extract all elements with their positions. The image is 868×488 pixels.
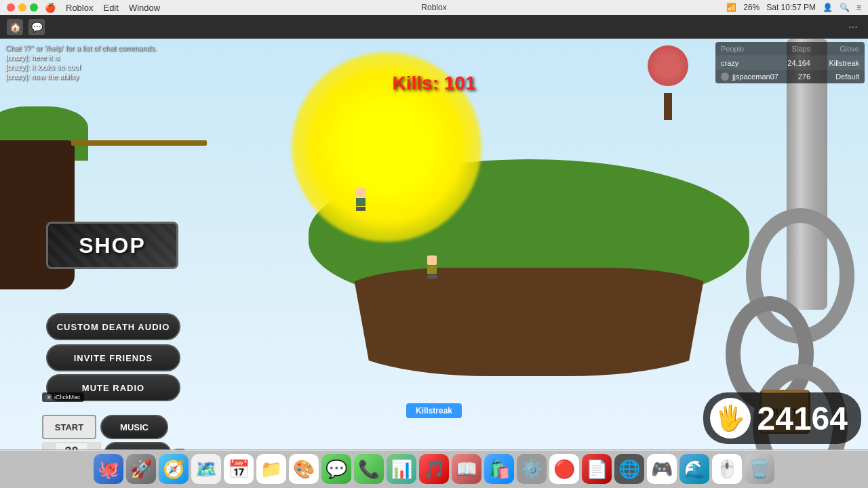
dock-facetime[interactable]: 📞 <box>354 454 384 484</box>
dock-edge[interactable]: 🌊 <box>679 454 709 484</box>
hud-bottom-right: 🖐️ 24164 <box>703 392 861 444</box>
player-body-2 <box>427 266 437 274</box>
custom-death-audio-button[interactable]: CUSTOM DEATH AUDIO <box>46 313 180 340</box>
audio-panel: START MUSIC - 20 SECOND + RADIO - <box>42 415 185 451</box>
close-button[interactable] <box>7 3 15 12</box>
chat-line-3: [crazy]: now the ability <box>5 73 157 81</box>
toolbar-icons: 🏠 💬 <box>7 19 45 35</box>
dock-roblox[interactable]: 🎮 <box>647 454 677 484</box>
player-glove-2: Default <box>818 73 859 81</box>
title-bar-left: 🍎 Roblox Edit Window <box>7 3 160 13</box>
time-display: Sat 10:57 PM <box>766 3 816 12</box>
dock-safari[interactable]: 🧭 <box>159 454 189 484</box>
chat-line-2: [crazy]: it looks so cool <box>5 63 157 71</box>
dock-sys-prefs[interactable]: ⚙️ <box>517 454 547 484</box>
dock-launchpad[interactable]: 🚀 <box>126 454 156 484</box>
mute-radio-button[interactable]: MUTE RADIO <box>46 374 180 401</box>
menu-roblox[interactable]: Roblox <box>66 3 93 13</box>
title-bar: 🍎 Roblox Edit Window Roblox 📶 26% Sat 10… <box>0 0 868 15</box>
invite-friends-button[interactable]: INVITE FRIENDS <box>46 344 180 371</box>
player-body-1 <box>356 198 366 206</box>
dock-photos[interactable]: 📁 <box>256 454 286 484</box>
music-button[interactable]: MUSIC <box>100 415 168 439</box>
slap-counter: 🖐️ 24164 <box>703 392 861 444</box>
dock-acrobat[interactable]: 📄 <box>582 454 612 484</box>
slap-count-display: 24164 <box>757 400 848 437</box>
dock-messages[interactable]: 💬 <box>321 454 351 484</box>
kill-counter: Kills: 101 <box>393 73 476 94</box>
player-glove-1: Killstreak <box>818 59 859 67</box>
player-character-1 <box>353 188 369 208</box>
toolbar-icon-1[interactable]: 🏠 <box>7 19 23 35</box>
chat-line-1: [crazy]: here it is <box>5 54 157 62</box>
roblox-toolbar: 🏠 💬 ··· <box>0 15 868 39</box>
app-window: 🏠 💬 ··· <box>0 15 868 488</box>
leaderboard-row-1: crazy 24,164 Killstreak <box>715 56 865 70</box>
dock-appstore[interactable]: 🛍️ <box>484 454 514 484</box>
toolbar-icon-2[interactable]: 💬 <box>28 19 45 35</box>
dock-photos2[interactable]: 🎨 <box>289 454 319 484</box>
user-icon: 👤 <box>823 3 833 12</box>
tree-trunk <box>664 93 672 120</box>
dock-trash[interactable]: 🗑️ <box>745 454 774 484</box>
chat-overlay: Chat '/?'' or '/help' for a list of chat… <box>5 44 157 82</box>
dock-trackpad[interactable]: 🖱️ <box>712 454 742 484</box>
island-bottom <box>332 268 726 376</box>
dock-maps[interactable]: 🗺️ <box>191 454 221 484</box>
audio-row-1: START MUSIC <box>42 415 185 439</box>
battery-level: 26% <box>743 3 760 12</box>
maximize-button[interactable] <box>30 3 38 12</box>
leaderboard: People Slaps Glove crazy 24,164 Killstre… <box>715 42 865 83</box>
chat-prompt: Chat '/?'' or '/help' for a list of chat… <box>5 44 157 52</box>
start-button[interactable]: START <box>42 415 96 439</box>
wifi-icon: 📶 <box>726 3 736 12</box>
shop-button[interactable]: SHOP <box>46 222 178 269</box>
killstreak-notification: Killstreak <box>406 403 462 418</box>
hand-icon: 🖐️ <box>710 398 751 439</box>
player-head-2 <box>427 256 437 265</box>
player-slaps-2: 276 <box>785 73 818 81</box>
menu-buttons: CUSTOM DEATH AUDIO INVITE FRIENDS <box>46 313 180 371</box>
player-name-1: crazy <box>721 59 785 67</box>
dock-finder[interactable]: 🐙 <box>94 454 123 484</box>
menu-icon[interactable]: ≡ <box>856 3 861 12</box>
dock-calendar[interactable]: 📅 <box>224 454 254 484</box>
dock-books[interactable]: 📖 <box>452 454 481 484</box>
player-legs-1 <box>356 207 366 211</box>
player-icon-2 <box>721 73 729 81</box>
player-legs-2 <box>427 274 437 279</box>
menu-edit[interactable]: Edit <box>103 3 118 13</box>
minimize-button[interactable] <box>18 3 26 12</box>
player-head-1 <box>356 188 366 197</box>
menu-window[interactable]: Window <box>129 3 160 13</box>
dock-unknown1[interactable]: 🌐 <box>614 454 644 484</box>
col-glove: Glove <box>818 45 859 53</box>
title-bar-right: 📶 26% Sat 10:57 PM 👤 🔍 ≡ <box>726 3 861 12</box>
game-viewport[interactable]: Chat '/?'' or '/help' for a list of chat… <box>0 39 868 451</box>
player-character-2 <box>424 256 440 276</box>
menu-bar: 🍎 Roblox Edit Window <box>45 3 160 13</box>
leaderboard-header: People Slaps Glove <box>715 42 865 56</box>
player-name-text-2: jjspaceman07 <box>732 73 778 81</box>
dock-chrome[interactable]: 🔴 <box>549 454 579 484</box>
bridge <box>71 140 207 146</box>
player-slaps-1: 24,164 <box>785 59 818 67</box>
mac-dock: 🐙 🚀 🧭 🗺️ 📅 📁 🎨 💬 📞 📊 🎵 📖 🛍️ ⚙️ 🔴 📄 🌐 🎮 🌊… <box>0 449 868 488</box>
search-icon[interactable]: 🔍 <box>840 3 850 12</box>
menu-apple[interactable]: 🍎 <box>45 3 56 13</box>
chain-container <box>678 39 868 451</box>
toolbar-more-button[interactable]: ··· <box>845 19 861 35</box>
window-title: Roblox <box>421 3 446 12</box>
dock-music[interactable]: 🎵 <box>419 454 449 484</box>
col-slaps: Slaps <box>785 45 818 53</box>
dock-numbers[interactable]: 📊 <box>387 454 416 484</box>
shop-label: SHOP <box>79 233 146 258</box>
player-name-2: jjspaceman07 <box>721 73 785 81</box>
traffic-lights <box>7 3 38 12</box>
col-people: People <box>721 45 785 53</box>
leaderboard-row-2: jjspaceman07 276 Default <box>715 70 865 83</box>
